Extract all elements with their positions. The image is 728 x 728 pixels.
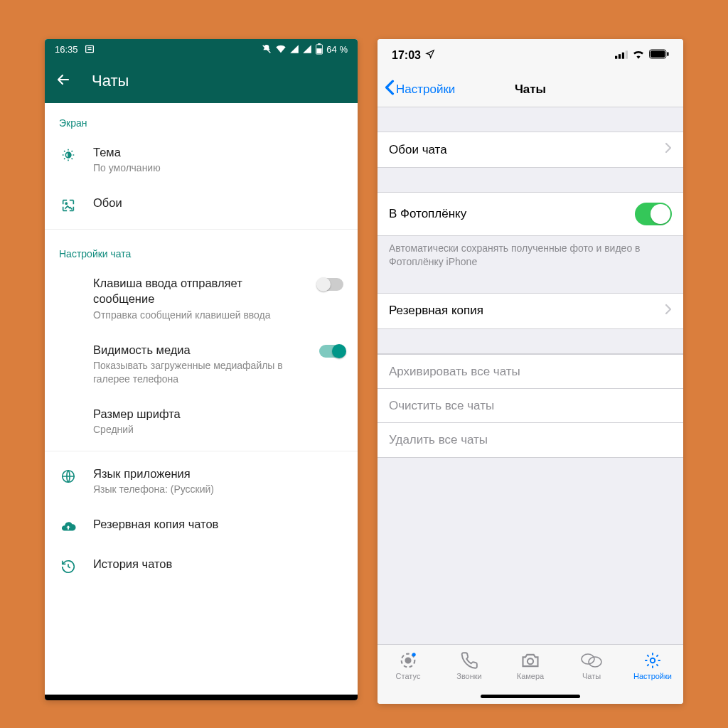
svg-point-17: [528, 658, 533, 664]
chevron-left-icon: [385, 80, 395, 99]
history-icon: [59, 557, 77, 576]
row-media-visibility[interactable]: Видимость медиа Показывать загруженные м…: [45, 332, 358, 396]
svg-rect-13: [667, 52, 668, 56]
back-label: Настройки: [396, 82, 455, 97]
lang-sub: Язык телефона: (Русский): [93, 483, 343, 496]
delete-label: Удалить все чаты: [389, 433, 488, 447]
chevron-right-icon: [665, 304, 672, 318]
wallpaper-icon: [59, 196, 77, 215]
chevron-right-icon: [665, 142, 672, 157]
row-backup[interactable]: Резервная копия чатов: [45, 506, 358, 546]
wallpaper-title: Обои: [93, 195, 343, 210]
android-nav-bar: [45, 695, 358, 700]
camera-icon: [520, 651, 540, 670]
row-enter-send[interactable]: Клавиша ввода отправляет сообщение Отпра…: [45, 265, 358, 331]
camera-roll-toggle[interactable]: [635, 203, 672, 225]
back-button[interactable]: Настройки: [378, 80, 455, 99]
status-time: 17:03: [392, 49, 421, 62]
row-language[interactable]: Язык приложения Язык телефона: (Русский): [45, 456, 358, 506]
media-vis-title: Видимость медиа: [93, 342, 299, 358]
svg-point-16: [412, 653, 416, 656]
clear-label: Очистить все чаты: [389, 399, 494, 413]
row-wallpaper[interactable]: Обои: [45, 185, 358, 225]
signal1-icon: [289, 44, 299, 54]
ios-nav-bar: Настройки Чаты: [378, 72, 683, 107]
cell-archive[interactable]: Архивировать все чаты: [378, 354, 683, 389]
chats-icon: [581, 651, 602, 670]
cellular-icon: [615, 49, 628, 62]
row-font-size[interactable]: Размер шрифта Средний: [45, 396, 358, 446]
enter-send-toggle[interactable]: [315, 278, 343, 291]
signal2-icon: [302, 44, 312, 54]
enter-send-sub: Отправка сообщений клавишей ввода: [93, 309, 299, 322]
svg-point-5: [65, 203, 67, 204]
status-time: 16:35: [55, 44, 78, 55]
cell-clear[interactable]: Очистить все чаты: [378, 389, 683, 423]
wifi-icon: [275, 43, 287, 55]
bell-off-icon: [261, 43, 272, 55]
lang-title: Язык приложения: [93, 466, 343, 481]
svg-point-20: [651, 658, 655, 663]
app-bar-title: Чаты: [92, 72, 129, 90]
status-battery-pct: 64 %: [326, 44, 348, 55]
back-arrow-icon[interactable]: [55, 71, 72, 91]
backup-label: Резервная копия: [389, 304, 483, 318]
svg-rect-2: [318, 43, 321, 45]
home-indicator: [481, 695, 580, 698]
android-app-bar: Чаты: [45, 59, 358, 103]
phone-icon: [460, 651, 478, 670]
archive-label: Архивировать все чаты: [389, 365, 520, 379]
svg-rect-7: [615, 56, 617, 59]
cloud-upload-icon: [59, 518, 77, 536]
row-theme[interactable]: Тема По умолчанию: [45, 134, 358, 185]
svg-point-19: [589, 657, 601, 667]
theme-sub: По умолчанию: [93, 161, 343, 175]
row-history[interactable]: История чатов: [45, 546, 358, 586]
ios-tab-bar: Статус Звонки Камера Чаты Настройки: [378, 644, 683, 704]
tab-chats-label: Чаты: [582, 672, 601, 680]
android-status-bar: 16:35 64 %: [45, 39, 358, 59]
tab-status-label: Статус: [396, 672, 421, 680]
svg-rect-10: [626, 50, 628, 58]
font-size-title: Размер шрифта: [93, 406, 343, 422]
ios-status-bar: 17:03: [378, 39, 683, 72]
svg-rect-12: [651, 50, 665, 57]
svg-rect-8: [619, 54, 621, 59]
brightness-icon: [59, 146, 77, 164]
ios-phone: 17:03 Настройки Чаты: [378, 39, 683, 704]
news-icon: [84, 43, 95, 55]
cell-camera-roll[interactable]: В Фотоплёнку: [378, 192, 683, 236]
battery-icon: [649, 49, 669, 62]
section-chat: Настройки чата: [45, 234, 358, 265]
font-size-sub: Средний: [93, 423, 343, 437]
globe-icon: [59, 467, 77, 486]
svg-point-15: [406, 658, 411, 663]
history-title: История чатов: [93, 556, 343, 572]
tab-settings-label: Настройки: [633, 672, 672, 680]
backup-title: Резервная копия чатов: [93, 516, 343, 532]
android-phone: 16:35 64 % Ча: [45, 39, 358, 700]
gear-icon: [643, 651, 662, 670]
tab-settings[interactable]: Настройки: [622, 651, 683, 704]
cell-backup[interactable]: Резервная копия: [378, 293, 683, 329]
cell-delete[interactable]: Удалить все чаты: [378, 423, 683, 457]
svg-rect-9: [622, 53, 624, 59]
tab-calls-label: Звонки: [456, 672, 482, 680]
camera-roll-label: В Фотоплёнку: [389, 207, 466, 221]
theme-title: Тема: [93, 144, 343, 160]
media-vis-toggle[interactable]: [315, 345, 343, 358]
divider: [45, 451, 358, 451]
android-content: Экран Тема По умолчанию Обои Настройки ч…: [45, 103, 358, 695]
enter-send-title: Клавиша ввода отправляет сообщение: [93, 275, 299, 307]
wifi-icon: [632, 49, 645, 62]
media-vis-sub: Показывать загруженные медиафайлы в гале…: [93, 359, 299, 386]
tab-status[interactable]: Статус: [378, 651, 439, 704]
divider: [45, 229, 358, 230]
ios-content: Обои чата В Фотоплёнку Автоматически сох…: [378, 107, 683, 644]
svg-rect-3: [317, 48, 322, 53]
tab-camera-label: Камера: [517, 672, 544, 680]
location-icon: [425, 49, 435, 62]
cell-wallpaper[interactable]: Обои чата: [378, 132, 683, 168]
svg-point-18: [582, 654, 594, 664]
group-actions: Архивировать все чаты Очистить все чаты …: [378, 353, 683, 458]
